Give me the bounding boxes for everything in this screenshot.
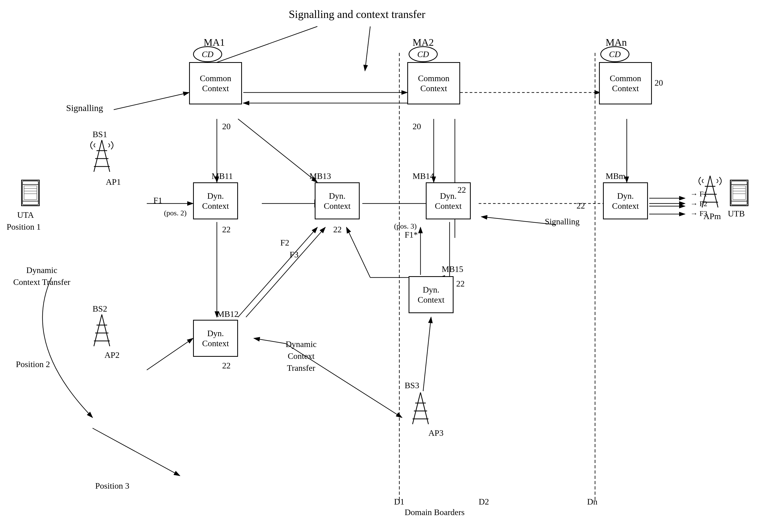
mbm-label: MBm	[606, 171, 625, 181]
mb15-dyn-text: Dyn.Context	[418, 285, 444, 305]
apm-label: APm	[703, 211, 721, 221]
ma1-common-context-text: CommonContext	[200, 73, 231, 94]
mbm-dyn-context-box: Dyn.Context	[603, 182, 648, 219]
mb13-label: MB13	[309, 171, 331, 181]
dynamic-context-transfer-right: DynamicContextTransfer	[286, 338, 317, 374]
num20-ma2: 20	[413, 122, 421, 132]
bs3-tower-icon	[409, 391, 432, 426]
svg-line-24	[346, 227, 370, 278]
mb11-dyn-text: Dyn.Context	[202, 191, 229, 211]
ma1-cd-oval: CD	[193, 46, 222, 62]
svg-line-7	[114, 93, 189, 110]
svg-line-57	[420, 393, 428, 424]
svg-line-34	[286, 344, 402, 418]
mb14-label: MB14	[413, 171, 434, 181]
man-cd-oval: CD	[600, 46, 629, 62]
signalling-left-label: Signalling	[66, 103, 103, 113]
mb14-dyn-text: Dyn.Context	[435, 191, 461, 211]
svg-line-40	[102, 140, 110, 172]
num20-ma1: 20	[222, 122, 231, 132]
position3-label: Position 3	[95, 481, 129, 491]
svg-line-39	[94, 140, 102, 172]
ma2-cd-oval: CD	[409, 46, 438, 62]
mbm-dyn-text: Dyn.Context	[612, 191, 639, 211]
bs1-tower-icon	[90, 139, 114, 173]
mb11-dyn-context-box: Dyn.Context	[193, 182, 238, 219]
svg-line-32	[423, 317, 431, 391]
bs2-tower-icon	[90, 313, 114, 348]
svg-rect-47	[24, 186, 37, 200]
mb14-dyn-context-box: Dyn.Context	[426, 182, 471, 219]
num20-man: 20	[655, 78, 663, 88]
f1star-label: F1*	[405, 230, 418, 240]
f3-label: F3	[290, 250, 299, 259]
domain-boarders-label: Domain Boarders	[405, 508, 465, 517]
svg-line-18	[246, 227, 325, 317]
pos2-label: (pos. 2)	[164, 209, 187, 217]
dynamic-context-transfer-left: DynamicContext Transfer	[13, 264, 70, 288]
mb15-dyn-context-box: Dyn.Context	[409, 276, 454, 313]
ap3-label: AP3	[428, 428, 444, 438]
bs2-label: BS2	[93, 304, 107, 314]
svg-line-51	[94, 315, 102, 346]
pos3-label: (pos. 3)	[394, 222, 417, 230]
mb12-label: MB12	[217, 309, 239, 319]
position2-label: Position 2	[16, 360, 50, 369]
header-signalling-context: Signalling and context transfer	[251, 8, 463, 20]
position1-label: Position 1	[7, 222, 41, 232]
ap1-label: AP1	[106, 177, 121, 187]
f1-label: F1	[153, 196, 162, 205]
num22-mb13: 22	[333, 225, 342, 234]
ap2-label: AP2	[104, 350, 120, 360]
bs1-label: BS1	[93, 130, 107, 139]
uta-label: UTA	[17, 210, 34, 220]
apm-tower-icon	[698, 174, 722, 209]
svg-line-56	[413, 393, 420, 424]
svg-line-61	[702, 176, 710, 208]
svg-line-35	[481, 217, 555, 225]
ma2-common-context-text: CommonContext	[418, 73, 449, 94]
f3-right-label: → F3	[690, 209, 707, 218]
svg-line-31	[147, 338, 193, 370]
svg-line-52	[102, 315, 110, 346]
num22-mb12: 22	[222, 361, 231, 370]
svg-line-17	[238, 227, 317, 317]
ma1-common-context-box: CommonContext	[189, 62, 242, 104]
mb12-dyn-text: Dyn.Context	[202, 328, 229, 349]
svg-line-33	[254, 338, 286, 344]
mb11-label: MB11	[212, 171, 233, 181]
num22-right: 22	[577, 201, 585, 210]
svg-line-3	[365, 26, 370, 71]
d1-label: D1	[394, 497, 404, 507]
mb15-label: MB15	[442, 264, 463, 274]
mb12-dyn-context-box: Dyn.Context	[193, 320, 238, 357]
num22-mb11: 22	[222, 225, 231, 234]
ma2-common-context-box: CommonContext	[407, 62, 460, 104]
man-common-context-box: CommonContext	[599, 62, 652, 104]
mb13-dyn-text: Dyn.Context	[324, 191, 350, 211]
d2-label: D2	[479, 497, 489, 507]
num22-mb15: 22	[456, 279, 465, 288]
f2-label: F2	[280, 238, 289, 247]
utb-label: UTB	[728, 209, 745, 218]
signalling-right-label: Signalling	[545, 217, 580, 226]
svg-line-9	[238, 119, 317, 182]
svg-line-62	[710, 176, 718, 208]
svg-rect-69	[733, 186, 745, 200]
man-common-context-text: CommonContext	[610, 73, 641, 94]
utb-device	[730, 180, 748, 206]
bs3-label: BS3	[405, 381, 419, 390]
dn-label: Dn	[587, 497, 597, 507]
uta-device	[21, 180, 40, 206]
mb13-dyn-context-box: Dyn.Context	[315, 182, 360, 219]
svg-line-30	[93, 428, 180, 476]
